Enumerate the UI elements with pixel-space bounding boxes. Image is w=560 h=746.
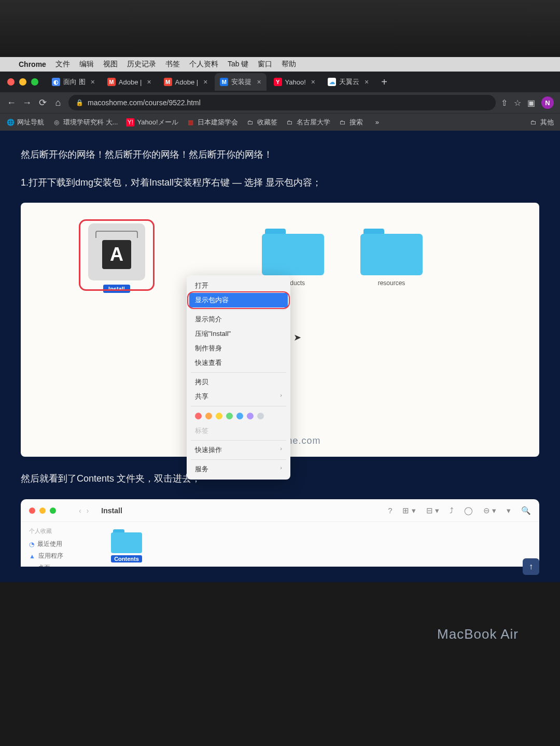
menu-bookmarks[interactable]: 书签 <box>165 60 180 69</box>
tag-purple[interactable] <box>247 413 254 419</box>
yahoo-icon: Y! <box>126 118 134 126</box>
page-content: 然后断开你的网络！然后断开你的网络！然后断开你的网络！ 1.打开下载到dmg安装… <box>0 131 560 582</box>
tag-green[interactable] <box>226 413 233 419</box>
profile-avatar[interactable]: N <box>541 96 554 109</box>
tag-gray[interactable] <box>257 413 264 419</box>
reload-button[interactable]: ⟳ <box>37 97 48 108</box>
menu-item-get-info[interactable]: 显示简介 <box>187 312 290 327</box>
menu-item-tags[interactable]: 标签 <box>187 424 290 438</box>
menu-history[interactable]: 历史记录 <box>127 60 156 69</box>
menu-item-services[interactable]: 服务› <box>187 462 290 476</box>
share-icon[interactable]: ⇧ <box>501 98 508 108</box>
scroll-to-top-button[interactable]: ↑ <box>523 558 539 575</box>
menu-item-make-alias[interactable]: 制作替身 <box>187 341 290 356</box>
bookmark-star-icon[interactable]: ☆ <box>514 98 521 108</box>
menu-item-show-package-contents[interactable]: 显示包内容 <box>189 293 288 307</box>
menu-item-open[interactable]: 打开 <box>187 278 290 293</box>
new-tab-button[interactable]: + <box>376 76 393 88</box>
chevron-right-icon: › <box>280 465 282 471</box>
address-bar[interactable]: 🔒 macoshome.com/course/9522.html <box>68 95 496 110</box>
tab-favicon: Y <box>274 78 282 86</box>
close-tab-icon[interactable]: × <box>91 78 95 86</box>
browser-tab[interactable]: M Adobe | × <box>159 73 213 91</box>
minimize-window-button[interactable] <box>39 508 46 514</box>
menu-item-quick-look[interactable]: 快速查看 <box>187 356 290 370</box>
bookmark-folder[interactable]: 🗀名古屋大学 <box>286 118 330 127</box>
menu-item-share[interactable]: 共享› <box>187 389 290 404</box>
action-icon[interactable]: ⊖ ▾ <box>483 506 496 515</box>
menu-item-copy[interactable]: 拷贝 <box>187 375 290 389</box>
close-tab-icon[interactable]: × <box>311 78 315 86</box>
tab-favicon: M <box>107 78 116 86</box>
menu-view[interactable]: 视图 <box>103 60 118 69</box>
search-icon[interactable]: 🔍 <box>521 506 531 515</box>
sidebar-item-desktop[interactable]: ▭桌面 <box>29 562 95 567</box>
bookmark-folder[interactable]: 🗀收藏签 <box>246 118 277 127</box>
browser-tab[interactable]: M Adobe | × <box>102 73 157 91</box>
tab-title: 安装提 <box>231 77 251 87</box>
tab-favicon: M <box>220 78 228 86</box>
browser-tab-active[interactable]: M 安装提 × <box>215 73 266 91</box>
zoom-window-button[interactable] <box>50 508 56 514</box>
forward-button[interactable]: → <box>22 97 32 108</box>
bookmark-item[interactable]: 🌐网址导航 <box>6 118 44 127</box>
home-button[interactable]: ⌂ <box>53 97 63 108</box>
bookmark-item[interactable]: ▦日本建築学会 <box>187 118 238 127</box>
back-button[interactable]: ‹ <box>79 506 81 515</box>
group-icon[interactable]: ⊟ ▾ <box>426 506 439 515</box>
extensions-icon[interactable]: ▣ <box>527 98 535 108</box>
view-grid-icon[interactable]: ⊞ ▾ <box>402 506 415 515</box>
site-icon: ▦ <box>187 118 195 126</box>
tab-title: 天翼云 <box>339 77 359 87</box>
chevron-right-icon: › <box>280 445 282 452</box>
tag-color-picker[interactable] <box>187 409 290 424</box>
bookmark-folder[interactable]: 🗀搜索 <box>339 118 363 127</box>
close-tab-icon[interactable]: × <box>365 78 369 86</box>
sidebar-item-applications[interactable]: ▲应用程序 <box>29 550 95 562</box>
share-icon[interactable]: ⤴ <box>450 506 454 515</box>
menu-profiles[interactable]: 个人资料 <box>189 60 218 69</box>
minimize-window-button[interactable] <box>19 78 26 86</box>
folder-item-contents[interactable]: Contents <box>111 529 142 562</box>
finder-nav: ‹ › <box>79 506 89 515</box>
forward-button[interactable]: › <box>87 506 89 515</box>
tag-blue[interactable] <box>236 413 243 419</box>
close-tab-icon[interactable]: × <box>257 78 261 86</box>
menu-edit[interactable]: 编辑 <box>79 60 94 69</box>
close-window-button[interactable] <box>29 508 35 514</box>
folder-icon: 🗀 <box>529 118 538 126</box>
browser-toolbar: ← → ⟳ ⌂ 🔒 macoshome.com/course/9522.html… <box>0 92 560 113</box>
back-button[interactable]: ← <box>6 97 17 108</box>
help-icon[interactable]: ? <box>388 506 392 515</box>
bookmark-item[interactable]: ◎環境学研究科 大... <box>52 118 118 127</box>
browser-tab[interactable]: ☁ 天翼云 × <box>323 73 374 91</box>
tag-yellow[interactable] <box>216 413 222 419</box>
folder-icon: 🗀 <box>286 118 294 126</box>
tag-red[interactable] <box>195 413 202 419</box>
close-tab-icon[interactable]: × <box>147 78 151 86</box>
folder-item[interactable]: resources <box>358 223 425 287</box>
browser-tab[interactable]: ◐ 面向 图 × <box>47 73 100 91</box>
install-app-icon[interactable]: A Install <box>83 223 150 293</box>
bookmark-item[interactable]: Y!Yahoo!メール <box>126 118 178 127</box>
folder-icon <box>262 229 324 275</box>
zoom-window-button[interactable] <box>31 78 38 86</box>
sidebar-item-recents[interactable]: ◔最近使用 <box>29 538 95 550</box>
menu-file[interactable]: 文件 <box>55 60 70 69</box>
menu-help[interactable]: 帮助 <box>282 60 296 69</box>
close-window-button[interactable] <box>7 78 15 86</box>
menu-item-quick-actions[interactable]: 快速操作› <box>187 443 290 457</box>
bookmarks-overflow[interactable]: » <box>375 118 379 126</box>
tag-orange[interactable] <box>205 413 212 419</box>
app-name[interactable]: Chrome <box>19 60 46 68</box>
other-bookmarks[interactable]: 🗀其他 <box>529 118 554 127</box>
menu-item-compress[interactable]: 压缩"Install" <box>187 327 290 341</box>
menu-tab[interactable]: Tab 键 <box>228 60 248 69</box>
tab-favicon: ☁ <box>328 78 336 86</box>
close-tab-icon[interactable]: × <box>203 78 207 86</box>
clock-icon: ◔ <box>29 541 34 548</box>
browser-tab[interactable]: Y Yahoo! × <box>269 73 320 91</box>
tag-icon[interactable]: ◯ <box>464 506 473 515</box>
dropdown-icon[interactable]: ▾ <box>507 506 511 515</box>
menu-window[interactable]: 窗口 <box>258 60 272 69</box>
